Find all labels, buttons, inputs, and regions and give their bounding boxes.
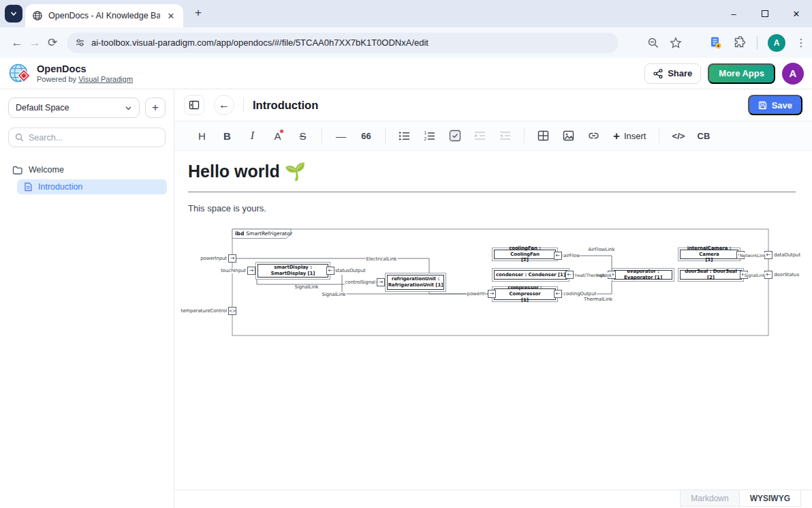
code-block-button[interactable]: CB [691, 125, 716, 146]
port-icon: → [377, 278, 385, 286]
frame-label: ibdSmartRefrigerator [235, 230, 292, 237]
italic-button[interactable]: I [240, 125, 265, 146]
document-icon [24, 182, 33, 192]
favicon-globe-icon [32, 10, 43, 21]
browser-profile-avatar[interactable]: A [768, 34, 785, 52]
block-smart-display: smartDisplay :SmartDisplay [1] [255, 262, 330, 280]
panel-toggle-icon [189, 100, 200, 110]
tab-wysiwyg[interactable]: WYSIWYG [740, 490, 801, 507]
link-button[interactable] [581, 125, 606, 146]
insert-button[interactable]: + Insert [606, 125, 653, 146]
diagram-label: AirFlowLink [589, 247, 615, 252]
browser-menu-icon[interactable]: ⋮ [796, 36, 804, 49]
inline-code-button[interactable]: </> [666, 125, 691, 146]
address-bar[interactable]: ai-toolbox.visual-paradigm.com/app/opend… [67, 33, 619, 53]
document-body[interactable]: Hello world 🌱 This space is yours. ibdSm… [174, 151, 812, 490]
diagram-label: powerIn [467, 291, 486, 297]
diagram-label: airFlow [563, 253, 580, 258]
indent-button[interactable] [467, 125, 493, 146]
font-color-button[interactable]: A [265, 125, 290, 146]
strikethrough-button[interactable]: S [290, 125, 315, 146]
powered-by-prefix: Powered by [37, 75, 78, 83]
outdent-button[interactable] [493, 125, 518, 146]
add-space-button[interactable]: + [145, 98, 166, 118]
checkbox-icon [449, 130, 461, 142]
space-selector[interactable]: Default Space [8, 98, 140, 118]
visual-paradigm-link[interactable]: Visual Paradigm [78, 75, 133, 83]
window-close-button[interactable]: ✕ [781, 0, 812, 27]
port-icon: <> [228, 307, 236, 315]
tab-search-button[interactable] [5, 5, 22, 23]
toggle-sidebar-button[interactable] [184, 95, 204, 115]
insert-label: Insert [624, 131, 646, 141]
space-selector-value: Default Space [16, 103, 69, 113]
reload-icon[interactable]: ⟳ [44, 35, 61, 50]
port-icon: ← [326, 267, 334, 275]
sidebar-item-label: Welcome [29, 165, 64, 175]
sidebar-item-welcome[interactable]: Welcome [8, 162, 166, 177]
doc-heading[interactable]: Hello world 🌱 [188, 162, 306, 181]
editor-toolbar: H B I A S — 66 1 2 [174, 121, 812, 151]
block-compressor: compressor : Compressor[1] [492, 286, 558, 302]
blockquote-button[interactable]: 66 [354, 125, 379, 146]
numbered-list-button[interactable]: 1 2 [417, 125, 442, 146]
diagram-label: temperatureControl [181, 308, 227, 314]
editor-main: ← Introduction Save H B I A S — 66 [174, 89, 812, 508]
diagram-label: dataOutput [774, 252, 800, 258]
search-input[interactable]: Search... [8, 128, 166, 147]
tab-markdown[interactable]: Markdown [680, 490, 739, 507]
doc-paragraph[interactable]: This space is yours. [188, 203, 266, 213]
heading-underline [188, 192, 796, 192]
heading-button[interactable]: H [189, 125, 215, 146]
sidebar-item-introduction[interactable]: Introduction [17, 179, 167, 194]
bullet-list-button[interactable] [392, 125, 417, 146]
window-maximize-button[interactable] [749, 0, 781, 27]
share-label: Share [668, 68, 692, 78]
site-settings-icon[interactable] [75, 38, 85, 48]
diagram-label: SignalLink [322, 292, 347, 297]
forward-icon[interactable]: → [26, 36, 44, 50]
back-button[interactable]: ← [214, 95, 234, 115]
block-refrigeration-unit: refrigerationUnit :RefrigerationUnit [1] [385, 273, 446, 292]
diagram-label: SignalLink [295, 284, 319, 290]
task-list-button[interactable] [442, 125, 467, 146]
toolbar-separator [757, 36, 758, 50]
toolbar-divider [659, 128, 659, 143]
share-button[interactable]: Share [644, 63, 701, 84]
page-title: Introduction [253, 99, 318, 112]
port-icon: → [488, 290, 496, 298]
document-tree: Welcome Introduction [8, 162, 166, 194]
diagram-label: SignalLink [743, 273, 766, 278]
port-icon: ← [554, 252, 562, 260]
save-floppy-icon [758, 101, 767, 110]
zoom-out-icon[interactable] [647, 37, 659, 49]
diagram-label: heat(ThermalLink [574, 273, 612, 278]
block-condenser: condenser : Condenser [1] [492, 268, 569, 282]
tab-close-icon[interactable]: ✕ [166, 10, 176, 21]
browser-tab[interactable]: OpenDocs - AI Knowledge Base ✕ [25, 4, 183, 27]
more-apps-label: More Apps [719, 68, 764, 78]
toolbar-divider [322, 128, 322, 143]
bookmark-star-icon[interactable] [670, 37, 682, 49]
back-icon[interactable]: ← [8, 36, 26, 50]
save-button[interactable]: Save [748, 95, 802, 115]
port-icon: → [247, 267, 255, 275]
chevron-down-icon [125, 104, 132, 112]
horizontal-rule-button[interactable]: — [328, 125, 354, 146]
user-avatar[interactable]: A [782, 63, 804, 85]
docs-extension-icon[interactable] [709, 36, 723, 50]
bold-button[interactable]: B [215, 125, 240, 146]
image-button[interactable] [556, 125, 581, 146]
browser-tabstrip: OpenDocs - AI Knowledge Base ✕ + – ✕ [0, 0, 812, 27]
header-divider [243, 98, 244, 113]
folder-icon [12, 166, 22, 175]
diagram-label: statusOutput [335, 268, 366, 273]
new-tab-button[interactable]: + [192, 8, 204, 20]
more-apps-button[interactable]: More Apps [708, 63, 775, 84]
window-minimize-button[interactable]: – [718, 0, 749, 27]
table-button[interactable] [531, 125, 556, 146]
diagram[interactable]: ibdSmartRefrigeratorsmartDisplay :SmartD… [189, 227, 809, 343]
bullet-list-icon [399, 131, 410, 141]
table-icon [537, 130, 549, 141]
extensions-puzzle-icon[interactable] [733, 36, 747, 50]
